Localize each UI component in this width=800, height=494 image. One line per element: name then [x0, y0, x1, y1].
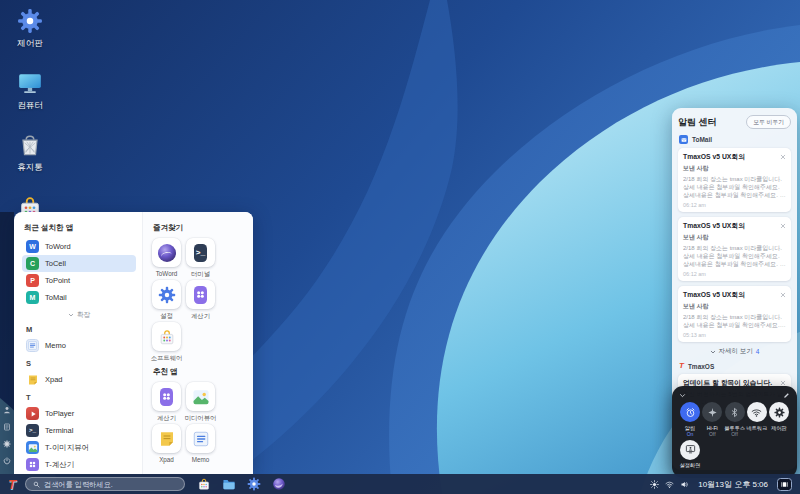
recommended-media-viewer[interactable]: 미디어뷰어: [185, 382, 216, 421]
media-viewer-icon: [192, 388, 210, 406]
app-item-tomail[interactable]: M ToMail: [22, 289, 136, 306]
power-icon[interactable]: [3, 457, 11, 465]
notification-subtitle: 보낸 사람: [683, 302, 786, 311]
xpad-icon: [158, 430, 176, 448]
notification-center-title: 알림 센터: [678, 116, 717, 129]
toggle-state: Off: [731, 431, 738, 437]
control-panel-gear-icon: [17, 8, 43, 34]
memo-icon: [192, 430, 210, 448]
app-item-terminal[interactable]: >_ Terminal: [22, 422, 136, 439]
quick-settings-panel: 알림 On Hi-Fi Off 블루투스 Off 네트워크 제어판: [672, 386, 797, 478]
calculator-icon: [194, 286, 207, 304]
section-letter: T: [26, 393, 136, 402]
toggle-hifi[interactable]: Hi-Fi Off: [701, 402, 723, 437]
app-item-xpad[interactable]: Xpad: [22, 371, 136, 388]
session-bar: [0, 212, 14, 474]
favorite-settings[interactable]: 설정: [151, 280, 182, 319]
recommended-memo[interactable]: Memo: [185, 424, 216, 463]
clock[interactable]: 10월13일 오후 5:06: [698, 479, 768, 490]
control-panel-gear-icon[interactable]: [247, 477, 261, 491]
close-icon[interactable]: [780, 292, 786, 298]
taskbar: T 10월13일 오후 5:06: [0, 474, 800, 494]
toword-icon: W: [26, 240, 39, 253]
close-icon[interactable]: [780, 223, 786, 229]
notification-subtitle: 보낸 사람: [683, 233, 786, 242]
app-item-calculator[interactable]: T-계산기: [22, 456, 136, 473]
control-panel-gear-icon: [774, 407, 785, 418]
notification-time: 05:13 am: [683, 332, 786, 338]
desktop-icon-computer[interactable]: 컴퓨터: [6, 70, 54, 112]
search-icon: [33, 481, 40, 488]
toggle-state: On: [687, 431, 694, 437]
more-count: 4: [756, 348, 760, 355]
close-icon[interactable]: [780, 154, 786, 160]
see-more-link[interactable]: 자세히 보기 4: [678, 347, 791, 356]
app-item-toplayer[interactable]: ToPlayer: [22, 405, 136, 422]
notification-time: 06:12 am: [683, 271, 786, 277]
brightness-icon[interactable]: [650, 480, 659, 489]
notification-body: 2/18 회의 장소는 tmax 미라클입니다. 상세 내용은 첨부파일 확인해…: [683, 313, 786, 329]
browser-icon: [158, 244, 176, 262]
toggle-control-panel[interactable]: 제어판: [768, 402, 790, 437]
desktop-icon-label: 컴퓨터: [17, 100, 43, 112]
topoint-icon: P: [26, 274, 39, 287]
edit-pencil-icon[interactable]: [783, 392, 790, 399]
file-manager-icon[interactable]: [222, 477, 236, 491]
desktop-icon-list: 제어판 컴퓨터 휴지통 앱센터: [6, 8, 54, 236]
toggle-network[interactable]: 네트워크: [746, 402, 768, 437]
desktop-icon-control-panel[interactable]: 제어판: [6, 8, 54, 50]
toggle-bluetooth[interactable]: 블루투스 Off: [724, 402, 746, 437]
recommended-calculator[interactable]: 계산기: [151, 382, 182, 421]
desktop-icon-trash[interactable]: 휴지통: [6, 132, 54, 174]
notification-card[interactable]: TmaxOS v5 UX회의 보낸 사람 2/18 회의 장소는 tmax 미라…: [678, 217, 791, 281]
input-panel-icon[interactable]: [777, 478, 792, 491]
toggle-settings-screen[interactable]: 설정화면: [679, 440, 701, 469]
journal-icon[interactable]: [3, 423, 11, 431]
chevron-down-icon: [710, 349, 716, 355]
favorite-calculator[interactable]: 계산기: [185, 280, 216, 319]
start-menu-app-list: 최근 설치한 앱 W ToWord C ToCell P ToPoint M T…: [14, 212, 142, 474]
toplayer-icon: [26, 407, 39, 420]
clear-all-button[interactable]: 모두 비우기: [746, 115, 791, 129]
favorite-software[interactable]: 소프트웨어: [151, 322, 182, 361]
app-item-toword[interactable]: W ToWord: [22, 238, 136, 255]
wifi-icon[interactable]: [665, 480, 674, 489]
app-item-tocell-selected[interactable]: C ToCell: [22, 255, 136, 272]
desktop-icon-label: 휴지통: [17, 162, 43, 174]
notification-time: 06:12 am: [683, 202, 786, 208]
mail-app-icon: [679, 135, 688, 144]
settings-gear-icon: [158, 286, 176, 304]
app-item-topoint[interactable]: P ToPoint: [22, 272, 136, 289]
start-menu: 최근 설치한 앱 W ToWord C ToCell P ToPoint M T…: [14, 212, 253, 474]
recommended-xpad[interactable]: Xpad: [151, 424, 182, 463]
volume-icon[interactable]: [680, 480, 689, 489]
notification-card[interactable]: TmaxOS v5 UX회의 보낸 사람 2/18 회의 장소는 tmax 미라…: [678, 148, 791, 212]
collapse-chevron-icon[interactable]: [679, 392, 686, 399]
app-item-memo[interactable]: Memo: [22, 337, 136, 354]
taskbar-search[interactable]: [25, 477, 185, 491]
favorite-terminal[interactable]: >_ 터미널: [185, 238, 216, 277]
toggle-notifications[interactable]: 알림 On: [679, 402, 701, 437]
bluetooth-icon: [729, 407, 740, 418]
app-store-bag-icon[interactable]: [197, 477, 211, 491]
tocell-icon: C: [26, 257, 39, 270]
notification-card[interactable]: TmaxOS v5 UX회의 보낸 사람 2/18 회의 장소는 tmax 미라…: [678, 286, 791, 342]
expand-toggle[interactable]: 확장: [22, 310, 136, 320]
section-letter: M: [26, 325, 136, 334]
app-item-image-viewer[interactable]: T-이미지뷰어: [22, 439, 136, 456]
calculator-icon: [160, 388, 173, 406]
terminal-icon: >_: [194, 244, 207, 262]
settings-gear-icon[interactable]: [3, 440, 11, 448]
xpad-icon: [26, 373, 39, 386]
start-button-tmax-logo[interactable]: T: [8, 478, 16, 491]
browser-icon[interactable]: [272, 477, 286, 491]
search-input[interactable]: [44, 480, 177, 489]
notification-subtitle: 보낸 사람: [683, 164, 786, 173]
notification-body: 2/18 회의 장소는 tmax 미라클입니다. 상세 내용은 첨부파일 확인해…: [683, 244, 786, 268]
chevron-down-icon: [68, 312, 74, 318]
trash-icon: [17, 132, 43, 158]
user-icon[interactable]: [3, 406, 11, 414]
start-menu-tiles: 즐겨찾기 ToWord >_ 터미널 설정 계산기: [142, 212, 253, 474]
favorite-toword[interactable]: ToWord: [151, 238, 182, 277]
network-icon: [751, 407, 762, 418]
